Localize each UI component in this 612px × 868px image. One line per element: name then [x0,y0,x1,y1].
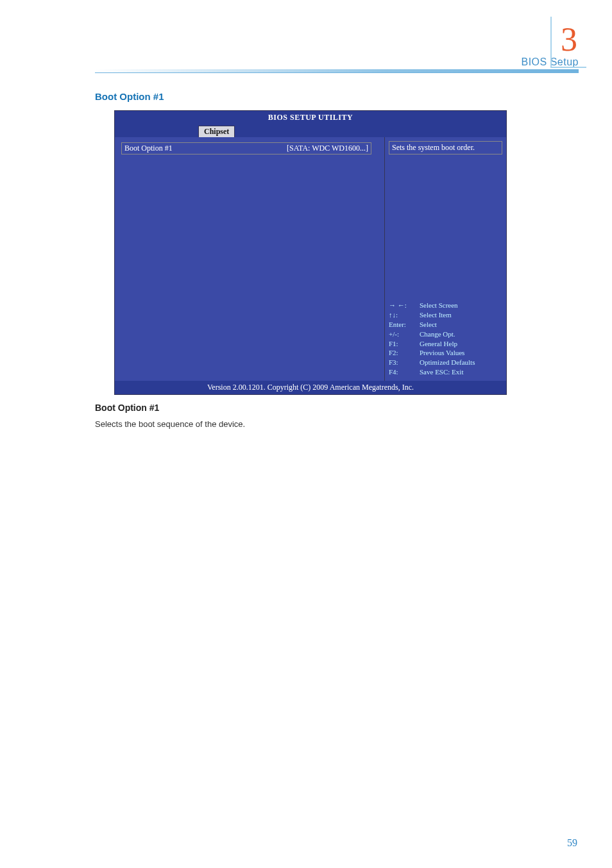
key-line: → ←:Select Screen [389,301,502,310]
key-label: F1: [389,339,420,349]
key-label: → ←: [389,301,420,310]
key-label: Enter: [389,320,420,330]
boot-option-label: Boot Option #1 [124,144,173,153]
key-desc: Optimized Defaults [420,358,475,367]
bios-titlebar: BIOS SETUP UTILITY [115,111,506,124]
bios-help-pane: Sets the system boot order. → ←:Select S… [384,137,506,381]
chapter-number-badge: 3 [550,17,586,68]
page-title: Boot Option #1 [95,91,164,102]
key-label: F2: [389,348,420,358]
key-desc: General Help [420,339,457,349]
key-line: +/-:Change Opt. [389,330,502,339]
key-label: F4: [389,367,420,377]
key-line: F3:Optimized Defaults [389,358,502,367]
key-line: ↑↓:Select Item [389,310,502,320]
subsection-title: Boot Option #1 [95,403,159,413]
breadcrumb-divider [95,69,579,73]
bios-footer: Version 2.00.1201. Copyright (C) 2009 Am… [115,381,506,394]
boot-option-row[interactable]: Boot Option #1 [SATA: WDC WD1600...] [121,142,371,154]
tab-chipset[interactable]: Chipset [198,126,235,137]
subsection-body: Selects the boot sequence of the device. [95,419,245,429]
key-desc: Previous Values [420,348,464,358]
breadcrumb: BIOS Setup [95,55,579,73]
bios-tab-row: Chipset [115,124,506,137]
key-line: Enter:Select [389,320,502,330]
bios-main-pane: Boot Option #1 [SATA: WDC WD1600...] [115,137,384,381]
key-line: F2:Previous Values [389,348,502,358]
bios-help-text: Sets the system boot order. [389,141,502,154]
key-desc: Save ESC: Exit [420,367,463,377]
key-line: F1:General Help [389,339,502,349]
key-desc: Change Opt. [420,330,455,339]
key-desc: Select Item [420,310,452,320]
key-label: +/-: [389,330,420,339]
key-label: F3: [389,358,420,367]
key-desc: Select Screen [420,301,458,310]
key-desc: Select [420,320,437,330]
boot-option-value: [SATA: WDC WD1600...] [287,144,368,153]
bios-body: Boot Option #1 [SATA: WDC WD1600...] Set… [115,137,506,381]
key-line: F4:Save ESC: Exit [389,367,502,377]
bios-window: BIOS SETUP UTILITY Chipset Boot Option #… [114,110,507,395]
key-label: ↑↓: [389,310,420,320]
page-number: 59 [567,837,577,849]
bios-key-legend: → ←:Select Screen ↑↓:Select Item Enter:S… [389,301,502,377]
